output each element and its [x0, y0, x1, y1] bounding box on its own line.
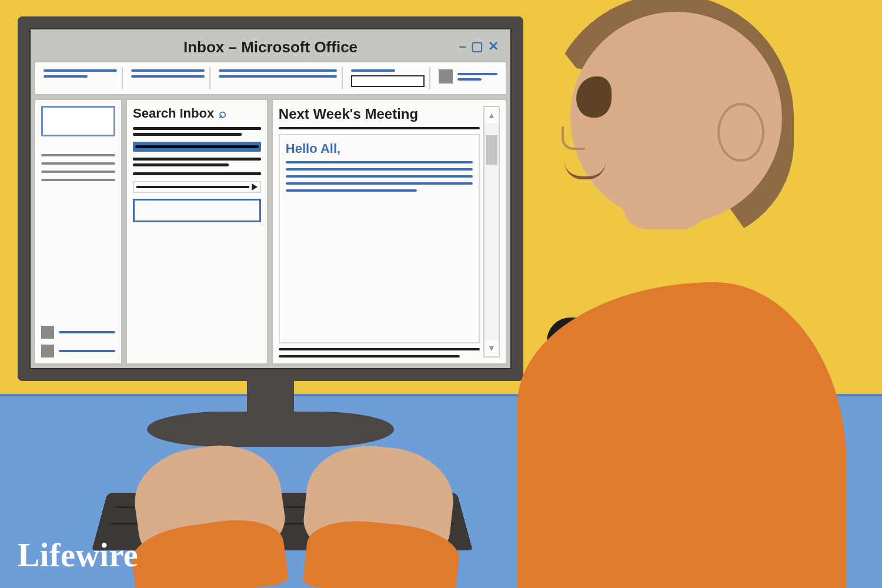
ribbon-placeholder-line: [44, 75, 88, 78]
message-list-pane: Search Inbox ⌕: [126, 99, 268, 365]
app-window: Inbox – Microsoft Office – ▢ ✕: [29, 28, 512, 369]
nav-shortcut-label: [59, 350, 115, 352]
message-item[interactable]: [133, 158, 261, 166]
person-eye: [576, 76, 612, 118]
window-controls: – ▢ ✕: [459, 39, 499, 54]
ribbon-group[interactable]: [434, 67, 502, 89]
divider: [279, 127, 480, 129]
close-icon[interactable]: ✕: [488, 39, 499, 54]
person-torso: [517, 282, 847, 588]
nav-shortcut-icon: [41, 345, 54, 358]
footer-text-line: [279, 355, 460, 358]
monitor: Inbox – Microsoft Office – ▢ ✕: [18, 16, 523, 381]
message-subject: Next Week's Meeting: [279, 106, 480, 122]
maximize-icon[interactable]: ▢: [471, 39, 483, 54]
reading-body: Next Week's Meeting Hello All,: [279, 106, 480, 358]
ribbon-placeholder-line: [219, 75, 336, 78]
ribbon-toolbar: [34, 61, 507, 95]
ribbon-group[interactable]: [39, 67, 123, 89]
message-item-selected[interactable]: [133, 142, 261, 152]
scroll-up-icon[interactable]: ▲: [485, 107, 499, 123]
title-bar: Inbox – Microsoft Office – ▢ ✕: [34, 33, 507, 61]
navigation-pane: [34, 99, 122, 365]
body-text-line: [286, 182, 473, 185]
body-text-line: [286, 175, 473, 178]
scroll-down-icon[interactable]: ▼: [485, 340, 499, 356]
message-item[interactable]: [133, 127, 261, 136]
nav-item[interactable]: [41, 154, 115, 156]
person-nose: [562, 126, 585, 150]
ribbon-swatch-icon[interactable]: [439, 69, 453, 83]
ribbon-placeholder-line: [131, 69, 205, 72]
scrollbar[interactable]: ▲ ▼: [483, 106, 500, 358]
nav-item[interactable]: [41, 162, 115, 165]
ribbon-placeholder-line: [131, 75, 205, 78]
search-icon[interactable]: ⌕: [219, 106, 226, 121]
ribbon-group[interactable]: [126, 67, 211, 89]
nav-shortcut-label: [59, 331, 115, 333]
nav-item[interactable]: [41, 171, 115, 173]
nav-shortcut[interactable]: [41, 326, 115, 339]
compose-box[interactable]: [133, 199, 261, 222]
minimize-icon[interactable]: –: [459, 39, 466, 54]
brand-logo: Lifewire: [18, 536, 138, 574]
ribbon-placeholder-line: [44, 69, 117, 72]
nav-shortcut-icon: [41, 326, 54, 339]
message-greeting: Hello All,: [286, 141, 473, 156]
ribbon-group[interactable]: [214, 67, 342, 89]
expand-arrow[interactable]: [133, 181, 261, 193]
message-item[interactable]: [133, 172, 261, 175]
ribbon-group[interactable]: [346, 67, 430, 89]
body-text-line: [286, 168, 473, 171]
ribbon-placeholder-line: [457, 73, 497, 75]
message-body: Hello All,: [279, 134, 480, 343]
ribbon-placeholder-line: [351, 69, 395, 72]
monitor-stand-neck: [247, 376, 294, 429]
person-ear: [717, 103, 764, 162]
search-label: Search Inbox: [133, 106, 214, 121]
arrow-head-icon: [252, 183, 258, 191]
nav-item[interactable]: [41, 179, 115, 181]
window-title: Inbox – Microsoft Office: [183, 38, 358, 56]
ribbon-placeholder-line: [219, 69, 336, 72]
ribbon-input[interactable]: [351, 75, 425, 87]
ribbon-placeholder-line: [457, 78, 482, 81]
body-text-line: [286, 189, 417, 192]
nav-shortcut[interactable]: [41, 345, 115, 358]
scroll-thumb[interactable]: [486, 135, 497, 165]
nav-thumbnail[interactable]: [41, 106, 115, 136]
footer-text-line: [279, 348, 480, 350]
arrow-shaft: [136, 186, 249, 188]
main-area: Search Inbox ⌕: [34, 99, 507, 365]
reading-pane: Next Week's Meeting Hello All, ▲: [272, 99, 507, 365]
body-text-line: [286, 161, 473, 163]
search-box[interactable]: Search Inbox ⌕: [133, 106, 261, 121]
scroll-track[interactable]: [485, 123, 499, 340]
